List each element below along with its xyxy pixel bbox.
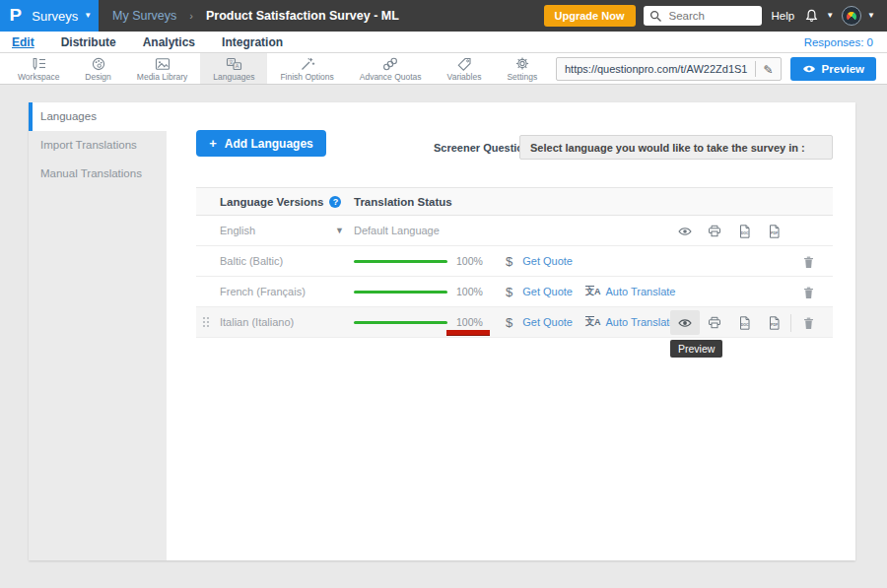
surveys-product-menu[interactable]: P Surveys ▼ bbox=[0, 0, 99, 32]
plus-icon: + bbox=[209, 136, 217, 151]
default-language-label: Default Language bbox=[354, 225, 440, 236]
print-button[interactable] bbox=[700, 219, 729, 243]
translate-icon: 文 A bbox=[226, 57, 242, 71]
tab-analytics[interactable]: Analytics bbox=[143, 35, 195, 49]
dollar-icon[interactable]: $ bbox=[506, 285, 512, 299]
tab-distribute[interactable]: Distribute bbox=[61, 35, 116, 49]
export-pdf-button[interactable]: PDF bbox=[759, 310, 788, 335]
export-doc-button[interactable]: DOC bbox=[729, 310, 759, 335]
table-row-french: French (Français) 100% $ Get Quote 文A Au… bbox=[196, 277, 833, 307]
gear-icon bbox=[514, 56, 530, 71]
toolbar-item-media-library[interactable]: Media Library bbox=[124, 53, 201, 84]
trash-icon bbox=[802, 286, 815, 299]
table-row-baltic: Baltic (Baltic) 100% $ Get Quote bbox=[196, 246, 833, 277]
notifications-menu[interactable]: ▼ bbox=[803, 8, 834, 24]
delete-language-button[interactable] bbox=[793, 280, 823, 304]
help-icon[interactable]: ? bbox=[329, 196, 341, 208]
navbar-right: Upgrade Now Help ▼ ▼ bbox=[544, 5, 887, 27]
translation-progress-bar bbox=[354, 260, 447, 263]
questionpro-logo: P bbox=[9, 6, 21, 26]
languages-panel: Languages Import Translations Manual Tra… bbox=[29, 102, 855, 560]
toolbar-item-settings[interactable]: Settings bbox=[494, 53, 550, 84]
translation-percent: 100% bbox=[456, 316, 487, 328]
help-link[interactable]: Help bbox=[772, 10, 795, 22]
preview-eye-button[interactable] bbox=[670, 310, 700, 335]
search-input[interactable] bbox=[667, 9, 752, 23]
responses-count[interactable]: Responses: 0 bbox=[804, 36, 873, 48]
screener-question-select[interactable]: Select language you would like to take t… bbox=[519, 135, 833, 160]
toolbar-item-languages[interactable]: 文 A Languages bbox=[200, 53, 267, 84]
avatar bbox=[842, 6, 861, 26]
row-actions: DOC PDF bbox=[670, 216, 823, 246]
language-name-cell: French (Français) bbox=[220, 286, 354, 297]
delete-language-button[interactable] bbox=[793, 310, 823, 335]
sidebar-item-import-translations[interactable]: Import Translations bbox=[29, 131, 167, 160]
pdf-file-icon: PDF bbox=[768, 316, 781, 330]
get-quote-link[interactable]: Get Quote bbox=[522, 255, 573, 267]
table-header: Language Versions ? Translation Status bbox=[196, 187, 833, 216]
svg-text:PDF: PDF bbox=[771, 322, 779, 326]
bell-icon bbox=[803, 8, 820, 24]
column-language-versions: Language Versions ? bbox=[220, 196, 354, 208]
toolbar-item-advance-quotas[interactable]: Advance Quotas bbox=[347, 53, 435, 84]
svg-text:DOC: DOC bbox=[740, 322, 748, 326]
tag-icon bbox=[456, 57, 472, 71]
delete-language-button[interactable] bbox=[793, 249, 823, 274]
dollar-icon[interactable]: $ bbox=[506, 254, 512, 269]
edit-url-icon[interactable]: ✎ bbox=[755, 61, 780, 77]
chevron-down-icon[interactable]: ▼ bbox=[335, 226, 354, 235]
breadcrumb-separator-icon: › bbox=[189, 10, 193, 22]
product-name: Surveys bbox=[32, 9, 78, 24]
auto-translate-link[interactable]: Auto Translate bbox=[606, 286, 676, 297]
toolbar-item-workspace[interactable]: Workspace bbox=[5, 53, 72, 84]
tab-edit[interactable]: Edit bbox=[12, 35, 34, 49]
doc-file-icon: DOC bbox=[738, 225, 751, 238]
dollar-icon[interactable]: $ bbox=[506, 315, 512, 330]
translation-progress-bar bbox=[354, 321, 447, 324]
export-pdf-button[interactable]: PDF bbox=[759, 219, 788, 243]
get-quote-link[interactable]: Get Quote bbox=[522, 316, 573, 328]
languages-main: + Add Languages Screener Question : Sele… bbox=[167, 102, 855, 560]
drag-handle-icon[interactable] bbox=[203, 317, 211, 328]
translation-percent: 100% bbox=[456, 255, 487, 267]
survey-url[interactable]: https://questionpro.com/t/AW22Zd1S1 bbox=[557, 63, 755, 75]
get-quote-link[interactable]: Get Quote bbox=[522, 286, 573, 297]
preview-eye-button[interactable] bbox=[670, 219, 700, 243]
language-versions-table: Language Versions ? Translation Status E… bbox=[196, 187, 833, 338]
eye-icon bbox=[678, 317, 692, 329]
toolbar-item-design[interactable]: Design bbox=[72, 53, 123, 84]
survey-toolbar: Workspace Design Media Library 文 A Langu… bbox=[0, 53, 887, 85]
export-doc-button[interactable]: DOC bbox=[729, 219, 759, 243]
language-name-cell: Baltic (Baltic) bbox=[220, 255, 354, 267]
trash-icon bbox=[802, 255, 815, 269]
section-tabbar: Edit Distribute Analytics Integration Re… bbox=[0, 32, 887, 53]
translate-icon: 文A bbox=[585, 286, 601, 298]
account-menu[interactable]: ▼ bbox=[842, 6, 875, 26]
add-languages-button[interactable]: + Add Languages bbox=[196, 130, 326, 157]
language-name-cell: English ▼ bbox=[220, 225, 354, 236]
row-actions bbox=[793, 277, 823, 307]
printer-icon bbox=[708, 225, 721, 237]
red-underline-annotation bbox=[446, 330, 490, 335]
divider bbox=[790, 314, 791, 332]
preview-button[interactable]: Preview bbox=[790, 57, 876, 81]
sidebar-item-languages[interactable]: Languages bbox=[29, 102, 167, 131]
survey-title: Product Satisfaction Survey - ML bbox=[206, 9, 399, 23]
upgrade-now-button[interactable]: Upgrade Now bbox=[544, 5, 636, 27]
translate-icon: 文A bbox=[585, 316, 601, 329]
toolbar-item-variables[interactable]: Variables bbox=[435, 53, 495, 84]
search-box[interactable] bbox=[644, 6, 762, 26]
tab-integration[interactable]: Integration bbox=[222, 35, 283, 49]
svg-text:A: A bbox=[236, 63, 239, 69]
translation-progress-bar bbox=[354, 291, 447, 294]
image-icon bbox=[155, 57, 171, 71]
translation-percent: 100% bbox=[456, 286, 487, 297]
workspace-icon bbox=[31, 57, 46, 71]
breadcrumb-my-surveys[interactable]: My Surveys bbox=[112, 9, 176, 23]
eye-icon bbox=[802, 64, 816, 74]
sidebar-item-manual-translations[interactable]: Manual Translations bbox=[29, 160, 167, 188]
search-icon bbox=[649, 10, 662, 23]
print-button[interactable] bbox=[700, 310, 729, 335]
auto-translate-link[interactable]: Auto Translate bbox=[606, 316, 676, 328]
toolbar-item-finish-options[interactable]: Finish Options bbox=[267, 53, 346, 84]
